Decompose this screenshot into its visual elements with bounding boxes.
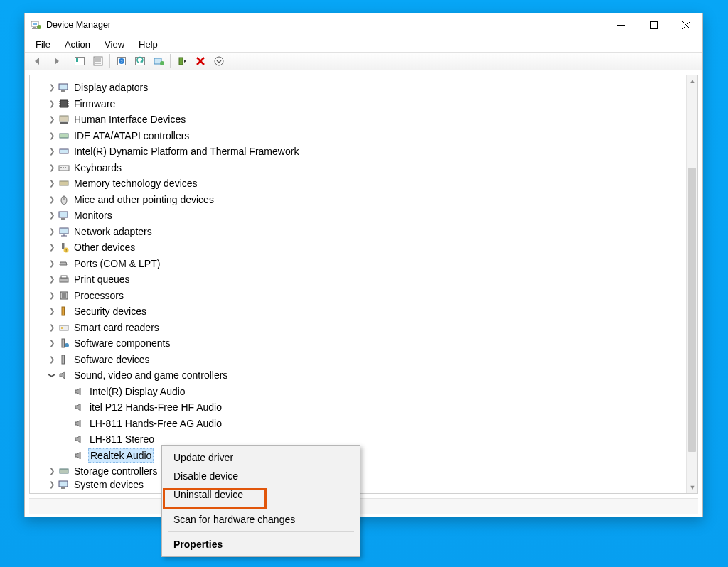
tree-node[interactable]: ❯ Processors	[34, 288, 685, 304]
enable-device-button[interactable]	[173, 53, 191, 69]
expand-icon[interactable]: ❯	[47, 276, 57, 283]
menu-file[interactable]: File	[31, 38, 55, 50]
tree-node-expanded[interactable]: ❯ Sound, video and game controllers	[34, 367, 685, 384]
mouse-icon	[58, 194, 70, 205]
menu-help[interactable]: Help	[134, 38, 163, 50]
tree-node-label: Realtek Audio	[88, 448, 154, 463]
device-manager-window: Device Manager File Action View Help	[24, 13, 703, 517]
tree-node[interactable]: ❯ Software devices	[34, 352, 685, 368]
expand-icon[interactable]: ❯	[47, 228, 57, 235]
svg-text:?: ?	[120, 59, 122, 65]
printer-icon	[58, 274, 70, 285]
close-button[interactable]	[670, 14, 702, 36]
svg-rect-48	[60, 228, 68, 234]
context-menu: Update driver Disable device Uninstall d…	[161, 445, 360, 557]
scan-hardware-button[interactable]	[132, 53, 149, 69]
tree-node[interactable]: ❯ Software components	[34, 335, 685, 352]
svg-rect-59	[60, 325, 68, 330]
cpu-icon	[58, 290, 70, 301]
tree-node-label: Human Interface Devices	[73, 113, 187, 126]
svg-rect-61	[62, 339, 65, 347]
tree-node[interactable]: ❯ ! Other devices	[34, 239, 685, 256]
minimize-button[interactable]	[604, 14, 637, 36]
toolbar-more-icon[interactable]	[210, 53, 228, 69]
tree-node-label: Display adaptors	[73, 81, 149, 94]
expand-icon[interactable]: ❯	[47, 292, 57, 299]
collapse-icon[interactable]: ❯	[48, 370, 55, 380]
menu-action[interactable]: Action	[60, 38, 95, 50]
context-disable-device[interactable]: Disable device	[164, 467, 358, 485]
scroll-down-icon[interactable]: ▼	[687, 482, 698, 493]
tree-node-label: Mice and other pointing devices	[73, 193, 215, 206]
expand-icon[interactable]: ❯	[47, 324, 57, 331]
context-update-driver[interactable]: Update driver	[164, 448, 358, 467]
show-hidden-button[interactable]	[71, 53, 88, 69]
tree-child-node[interactable]: LH-811 Hands-Free AG Audio	[34, 416, 685, 432]
maximize-button[interactable]	[637, 14, 670, 36]
context-separator	[168, 507, 354, 507]
expand-icon[interactable]: ❯	[47, 100, 57, 107]
properties-button[interactable]	[90, 53, 107, 69]
help-button[interactable]: ?	[113, 53, 130, 69]
tree-node[interactable]: ❯ Network adapters	[34, 224, 685, 240]
tree-node-label: Firmware	[73, 97, 117, 110]
tree-node[interactable]: ❯ Firmware	[34, 96, 685, 112]
expand-icon[interactable]: ❯	[47, 196, 57, 203]
tree-node[interactable]: ❯ Human Interface Devices	[34, 112, 685, 128]
menu-view[interactable]: View	[100, 38, 129, 50]
svg-rect-1	[33, 23, 37, 25]
tree-child-node[interactable]: Intel(R) Display Audio	[34, 384, 685, 400]
svg-point-42	[65, 167, 66, 168]
svg-rect-36	[60, 122, 68, 124]
tree-node[interactable]: ❯ Display adaptors	[34, 80, 685, 96]
tree-node-label: Intel(R) Dynamic Platform and Thermal Fr…	[73, 145, 300, 158]
svg-point-25	[215, 57, 223, 65]
expand-icon[interactable]: ❯	[47, 468, 57, 475]
uninstall-device-button[interactable]	[192, 53, 209, 69]
speaker-icon	[74, 418, 85, 429]
scrollbar[interactable]: ▲ ▼	[686, 75, 697, 493]
expand-icon[interactable]: ❯	[47, 244, 57, 251]
tree-node[interactable]: ❯ IDE ATA/ATAPI controllers	[34, 128, 685, 144]
context-properties[interactable]: Properties	[164, 535, 358, 554]
hid-icon	[58, 114, 70, 125]
tree-node[interactable]: ❯ Monitors	[34, 207, 685, 224]
tree-node[interactable]: ❯ Security devices	[34, 303, 685, 320]
tree-node[interactable]: ❯ Memory technology devices	[34, 176, 685, 192]
tree-child-node[interactable]: itel P12 Hands-Free HF Audio	[34, 399, 685, 416]
tree-node-label: Monitors	[73, 209, 114, 222]
tree-node[interactable]: ❯ Print queues	[34, 271, 685, 288]
tree-node[interactable]: ❯ Intel(R) Dynamic Platform and Thermal …	[34, 144, 685, 160]
back-button[interactable]	[29, 53, 46, 69]
expand-icon[interactable]: ❯	[47, 180, 57, 187]
expand-icon[interactable]: ❯	[47, 212, 57, 219]
svg-rect-38	[60, 149, 68, 153]
expand-icon[interactable]: ❯	[47, 481, 57, 488]
expand-icon[interactable]: ❯	[47, 260, 57, 267]
expand-icon[interactable]: ❯	[47, 84, 57, 91]
forward-button[interactable]	[48, 53, 65, 69]
expand-icon[interactable]: ❯	[47, 356, 57, 363]
scroll-up-icon[interactable]: ▲	[687, 75, 698, 87]
tree-node[interactable]: ❯ Keyboards	[34, 160, 685, 176]
svg-rect-3	[32, 28, 38, 29]
expand-icon[interactable]: ❯	[47, 148, 57, 155]
chip-icon	[58, 98, 70, 109]
expand-icon[interactable]: ❯	[47, 116, 57, 123]
svg-rect-39	[59, 166, 69, 171]
tree-node[interactable]: ❯ Ports (COM & LPT)	[34, 256, 685, 272]
expand-icon[interactable]: ❯	[47, 340, 57, 347]
tree-node-label: IDE ATA/ATAPI controllers	[73, 129, 191, 142]
tree-node[interactable]: ❯ Smart card readers	[34, 320, 685, 336]
tree-node[interactable]: ❯ Mice and other pointing devices	[34, 192, 685, 208]
expand-icon[interactable]: ❯	[47, 164, 57, 171]
update-driver-button[interactable]	[150, 53, 167, 69]
expand-icon[interactable]: ❯	[47, 308, 57, 315]
tree-node-label: Ports (COM & LPT)	[73, 257, 161, 270]
context-scan-hardware[interactable]: Scan for hardware changes	[164, 510, 358, 529]
expand-icon[interactable]: ❯	[47, 132, 57, 139]
scroll-thumb[interactable]	[688, 168, 696, 452]
context-uninstall-device[interactable]: Uninstall device	[164, 485, 358, 504]
svg-rect-63	[62, 355, 65, 364]
memory-icon	[58, 178, 70, 189]
